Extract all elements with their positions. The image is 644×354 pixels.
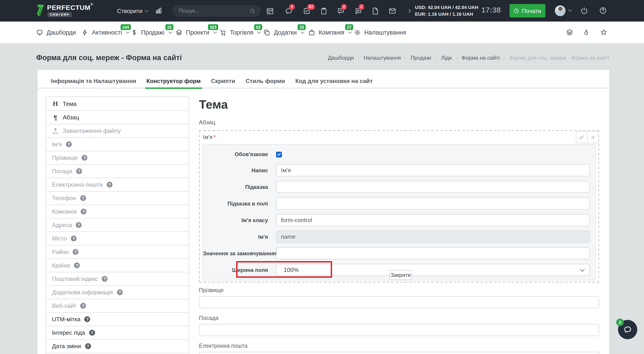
palette-item-position[interactable]: Посада?	[46, 164, 189, 178]
position-input[interactable]	[199, 324, 599, 336]
chevron-right-icon[interactable]	[407, 8, 412, 14]
tab-info-settings[interactable]: Інформація та Налаштування	[51, 78, 136, 84]
help-icon: ?	[81, 209, 86, 215]
palette-item-utm[interactable]: UTM-мітка?	[46, 312, 189, 326]
bar-chart-icon[interactable]	[155, 7, 162, 14]
nav-item-activities[interactable]: Активності144	[82, 22, 129, 43]
avatar[interactable]	[555, 6, 566, 16]
tab-form-style[interactable]: Стиль форми	[246, 78, 285, 84]
help-icon: ?	[74, 262, 80, 268]
palette-item-change-date[interactable]: Дата зміни?	[46, 339, 189, 353]
palette-item-first-name[interactable]: Ім'я?	[46, 137, 189, 151]
chat-button[interactable]: 2	[618, 320, 637, 339]
required-checkbox[interactable]	[276, 151, 282, 157]
palette-item-district[interactable]: Район?	[46, 245, 189, 258]
tab-scripts[interactable]: Скрипти	[211, 78, 235, 84]
field-palette: HТема ¶Абзац Завантаження файлу Ім'я? Пр…	[46, 96, 189, 354]
palette-item-file-upload[interactable]: Завантаження файлу	[46, 124, 189, 137]
help-icon: ?	[80, 303, 86, 309]
create-button[interactable]: Створити	[117, 0, 148, 22]
palette-item-additional-info[interactable]: Додаткова інформація?	[46, 285, 189, 299]
class-name-input[interactable]	[276, 214, 590, 226]
remove-field-button[interactable]	[588, 131, 599, 143]
flame-icon[interactable]	[582, 29, 590, 36]
logout-icon[interactable]	[580, 7, 588, 14]
nav-item-trade[interactable]: Торгівля52	[220, 22, 260, 43]
comments-icon[interactable]: 2	[337, 7, 345, 15]
nav-badge: 52	[254, 24, 262, 30]
palette-item-country[interactable]: Країна?	[46, 258, 189, 272]
breadcrumb-item[interactable]: Продажі	[410, 55, 431, 61]
search-box[interactable]	[172, 5, 261, 17]
palette-item-paragraph[interactable]: ¶Абзац	[46, 110, 189, 124]
brand-name: PERFECTUM®	[47, 4, 93, 11]
field-label: Прізвище	[199, 287, 599, 293]
breadcrumb-current: Форма для соц. мереж - Форма на сайті	[509, 55, 609, 61]
field-label: Ім'я	[203, 234, 268, 240]
pencil-icon	[579, 134, 584, 140]
palette-item-next[interactable]	[46, 353, 189, 354]
start-button[interactable]: Почати	[510, 4, 546, 18]
chat-bubble-icon	[624, 325, 632, 334]
breadcrumb-item[interactable]: Ліди	[441, 55, 452, 61]
avatar-chevron-icon[interactable]	[568, 8, 572, 12]
placeholder-input[interactable]	[276, 198, 590, 210]
dashboard-icon	[36, 29, 43, 36]
nav-item-company[interactable]: Компанія27	[308, 22, 352, 43]
help-icon: ?	[82, 155, 88, 161]
field-settings-box: Обов'язкове Напис Підказка Підк	[202, 144, 596, 280]
email-input[interactable]	[199, 352, 599, 354]
last-name-input[interactable]	[199, 296, 599, 308]
palette-item-email[interactable]: Електронна пошта?	[46, 178, 189, 191]
breadcrumb-item[interactable]: Форма на сайті	[462, 55, 500, 61]
help-icon: ?	[102, 276, 108, 282]
field-label: Значення за замовчуванням	[203, 250, 268, 256]
breadcrumb-item[interactable]: Дашборди	[328, 55, 354, 61]
edit-field-button[interactable]	[576, 131, 588, 143]
palette-item-last-name[interactable]: Прізвище?	[46, 151, 189, 164]
help-icon[interactable]	[599, 7, 607, 14]
messages-icon[interactable]: 2	[354, 7, 362, 15]
nav-item-dashboards[interactable]: Дашборди	[36, 22, 76, 43]
chat-icon[interactable]: 2	[285, 7, 293, 15]
default-value-input[interactable]	[276, 247, 590, 259]
nav-item-projects[interactable]: Проекти323	[176, 22, 216, 43]
chevron-down-icon	[126, 30, 130, 34]
search-icon[interactable]	[250, 8, 256, 14]
calendar-icon[interactable]	[266, 7, 274, 15]
stack-icon[interactable]	[566, 29, 573, 36]
field-label: Ім'я класу	[203, 217, 268, 223]
tasks-icon[interactable]: 67	[303, 7, 310, 15]
nav-item-sales[interactable]: Продажі22	[131, 22, 172, 43]
palette-item-lead-interest[interactable]: Інтерес ліда?	[46, 326, 189, 339]
close-button[interactable]: Закрити	[390, 270, 412, 280]
nav-item-settings[interactable]: Налаштування	[354, 22, 406, 43]
help-icon: ?	[84, 316, 90, 322]
tab-install-code[interactable]: Код для установки на сайт	[295, 78, 373, 84]
breadcrumb: Дашборди› Налаштування› Продажі› Ліди› Ф…	[328, 55, 609, 61]
search-input[interactable]	[178, 7, 250, 14]
help-icon: ?	[71, 236, 77, 241]
mail-icon[interactable]	[388, 7, 396, 15]
nav-item-addons[interactable]: Додатки33	[264, 22, 304, 43]
caption-input[interactable]	[276, 164, 590, 176]
palette-item-phone[interactable]: Телефон?	[46, 191, 189, 205]
palette-item-website[interactable]: Веб-сайт?	[46, 299, 189, 312]
chevron-down-icon	[580, 267, 584, 272]
palette-item-city[interactable]: Місто?	[46, 232, 189, 245]
hint-input[interactable]	[276, 181, 590, 193]
clipboard-icon[interactable]	[320, 7, 328, 15]
palette-item-address[interactable]: Адреса?	[46, 218, 189, 232]
palette-item-company[interactable]: Компанія?	[46, 205, 189, 218]
breadcrumb-separator: ›	[435, 55, 437, 60]
chat-unread-badge: 2	[616, 318, 624, 326]
palette-item-postal-code[interactable]: Поштовий індекс?	[46, 272, 189, 285]
name-input[interactable]	[276, 231, 590, 243]
tab-form-builder[interactable]: Конструктор форм	[146, 78, 201, 84]
breadcrumb-item[interactable]: Налаштування	[364, 55, 401, 61]
document-icon[interactable]	[372, 7, 379, 15]
star-icon[interactable]	[600, 29, 607, 36]
palette-item-theme[interactable]: HТема	[46, 97, 189, 110]
field-label: Напис	[203, 167, 268, 173]
highlight-rectangle	[236, 261, 332, 278]
